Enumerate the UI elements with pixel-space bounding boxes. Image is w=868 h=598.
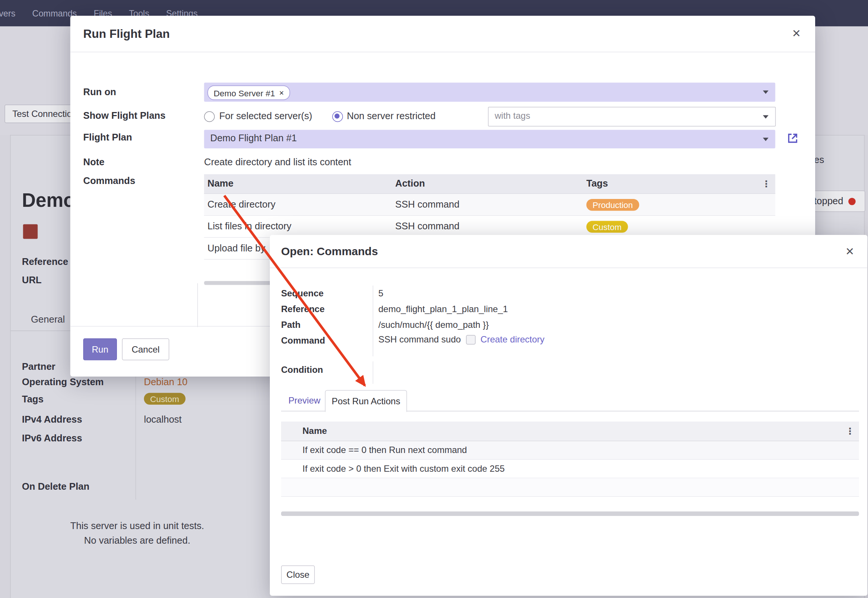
col-name: Name bbox=[302, 426, 859, 436]
condition-label: Condition bbox=[281, 365, 323, 375]
table-row[interactable]: List files in directory SSH command Cust… bbox=[204, 216, 775, 238]
field-column-divider bbox=[373, 362, 374, 384]
radio-for-selected-servers-label: For selected server(s) bbox=[219, 111, 312, 122]
server-chip-label: Demo Server #1 bbox=[214, 88, 275, 98]
row-action: SSH command bbox=[395, 199, 587, 210]
table-row[interactable]: If exit code == 0 then Run next command bbox=[281, 441, 859, 460]
row-name: List files in directory bbox=[204, 221, 395, 232]
flight-plan-value: Demo Flight Plan #1 bbox=[210, 133, 297, 144]
tag-badge: Production bbox=[587, 199, 639, 211]
server-chip[interactable]: Demo Server #1 ✕ bbox=[208, 85, 290, 100]
chevron-down-icon bbox=[763, 115, 769, 118]
tag-badge: Custom bbox=[587, 221, 628, 233]
commands-label: Commands bbox=[83, 175, 135, 187]
radio-for-selected-servers[interactable] bbox=[204, 111, 215, 122]
command-value: SSH command sudo bbox=[379, 335, 461, 345]
run-button[interactable]: Run bbox=[83, 338, 117, 360]
command-label: Command bbox=[281, 336, 325, 346]
flight-plan-label: Flight Plan bbox=[83, 132, 132, 144]
sequence-value: 5 bbox=[379, 289, 383, 299]
external-link-icon[interactable] bbox=[786, 132, 799, 145]
table-row[interactable]: If exit code > 0 then Exit with custom e… bbox=[281, 460, 859, 478]
row-action: SSH command bbox=[395, 221, 587, 232]
chevron-down-icon bbox=[763, 138, 769, 141]
cancel-button[interactable]: Cancel bbox=[122, 338, 169, 360]
path-value: /such/much/{{ demo_path }} bbox=[379, 320, 489, 330]
post-run-actions-table: Name ⋮ If exit code == 0 then Run next c… bbox=[281, 422, 859, 497]
chevron-down-icon bbox=[763, 91, 769, 94]
command-value-row: SSH command sudo Create directory bbox=[379, 335, 545, 345]
radio-non-server-restricted[interactable] bbox=[332, 111, 343, 122]
commands-table-header: Name Action Tags ⋮ bbox=[204, 174, 775, 194]
field-column-divider bbox=[373, 286, 374, 356]
radio-non-server-restricted-label: Non server restricted bbox=[347, 111, 436, 122]
col-action: Action bbox=[395, 178, 587, 190]
reference-label: Reference bbox=[281, 304, 325, 314]
path-label: Path bbox=[281, 320, 301, 330]
row-name: If exit code == 0 then Run next command bbox=[302, 445, 859, 455]
screen: Servers Commands Files Tools Settings Te… bbox=[0, 0, 868, 598]
col-name: Name bbox=[204, 178, 395, 190]
column-options-icon[interactable]: ⋮ bbox=[762, 178, 771, 189]
col-tags: Tags bbox=[587, 178, 775, 190]
sudo-checkbox[interactable] bbox=[466, 335, 476, 344]
table-row[interactable]: Create directory SSH command Production bbox=[204, 194, 775, 216]
open-commands-dialog: Open: Commands × Sequence 5 Reference de… bbox=[270, 235, 868, 596]
close-icon[interactable]: × bbox=[792, 26, 801, 40]
row-name: Create directory bbox=[204, 199, 395, 210]
dialog-title: Open: Commands bbox=[281, 245, 378, 258]
with-tags-placeholder: with tags bbox=[495, 111, 530, 121]
run-on-label: Run on bbox=[83, 87, 116, 98]
header-divider bbox=[270, 268, 868, 268]
show-flight-plans-label: Show Flight Plans bbox=[83, 110, 166, 121]
sequence-label: Sequence bbox=[281, 289, 323, 299]
create-directory-link[interactable]: Create directory bbox=[480, 335, 545, 345]
with-tags-select[interactable]: with tags bbox=[488, 107, 776, 127]
close-icon[interactable]: × bbox=[846, 244, 854, 258]
column-divider bbox=[198, 283, 198, 327]
flight-plan-select[interactable]: Demo Flight Plan #1 bbox=[204, 130, 775, 149]
close-button[interactable]: Close bbox=[281, 565, 315, 584]
note-value: Create directory and list its content bbox=[204, 157, 352, 168]
column-options-icon[interactable]: ⋮ bbox=[846, 426, 855, 437]
note-label: Note bbox=[83, 157, 105, 168]
tab-preview[interactable]: Preview bbox=[289, 396, 320, 406]
reference-value: demo_flight_plan_1_plan_line_1 bbox=[379, 304, 508, 314]
dialog-title: Run Flight Plan bbox=[83, 27, 170, 40]
table-h-scrollbar[interactable] bbox=[281, 511, 859, 516]
tab-post-run-actions[interactable]: Post Run Actions bbox=[325, 390, 407, 412]
header-divider bbox=[70, 52, 816, 52]
run-on-tags-select[interactable]: Demo Server #1 ✕ bbox=[204, 83, 775, 102]
post-run-table-header: Name ⋮ bbox=[281, 422, 859, 441]
chip-remove-icon[interactable]: ✕ bbox=[279, 89, 284, 97]
table-row-empty bbox=[281, 478, 859, 497]
row-name: If exit code > 0 then Exit with custom e… bbox=[302, 464, 859, 474]
